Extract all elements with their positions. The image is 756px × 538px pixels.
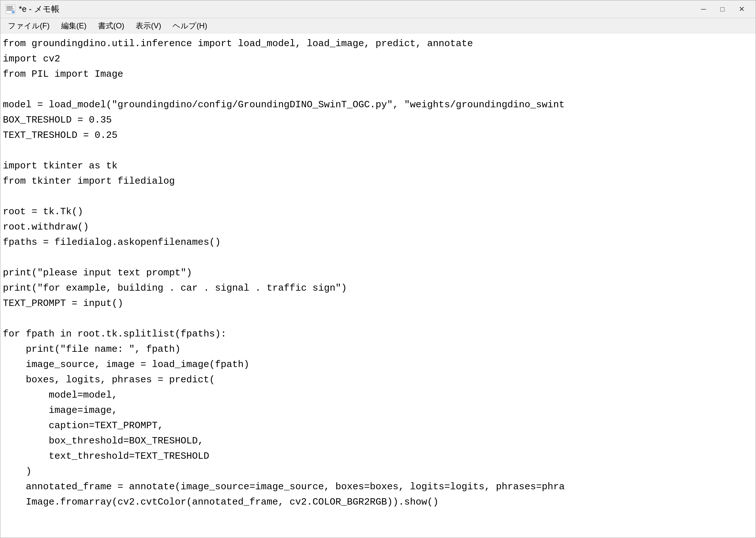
menu-format[interactable]: 書式(O) <box>93 20 130 32</box>
code-line: print("for example, building . car . sig… <box>3 281 756 296</box>
code-line: print("file name: ", fpath) <box>3 342 756 357</box>
code-line: from tkinter import filedialog <box>3 174 756 189</box>
code-line: model = load_model("groundingdino/config… <box>3 97 756 112</box>
app-icon <box>5 4 16 14</box>
code-line <box>3 143 756 158</box>
code-line: BOX_TRESHOLD = 0.35 <box>3 112 756 128</box>
code-line: Image.fromarray(cv2.cvtColor(annotated_f… <box>3 494 756 510</box>
code-line: model=model, <box>3 387 756 403</box>
title-bar-controls: ─ □ ✕ <box>695 3 751 16</box>
code-line: TEXT_TRESHOLD = 0.25 <box>3 128 756 143</box>
code-line: box_threshold=BOX_TRESHOLD, <box>3 433 756 449</box>
svg-rect-3 <box>7 9 14 9</box>
code-line: print("please input text prompt") <box>3 265 756 281</box>
maximize-button[interactable]: □ <box>714 3 731 16</box>
code-line: root = tk.Tk() <box>3 204 756 219</box>
code-line: image_source, image = load_image(fpath) <box>3 357 756 372</box>
title-bar-left: *e - メモ帳 <box>5 4 60 15</box>
code-line: TEXT_PROMPT = input() <box>3 296 756 311</box>
code-line: from groundingdino.util.inference import… <box>3 36 756 51</box>
menu-edit[interactable]: 編集(E) <box>56 20 92 32</box>
menu-view[interactable]: 表示(V) <box>131 20 166 32</box>
code-line: import cv2 <box>3 51 756 67</box>
code-line <box>3 250 756 265</box>
code-line: import tkinter as tk <box>3 158 756 174</box>
code-line: fpaths = filedialog.askopenfilenames() <box>3 235 756 250</box>
menu-file[interactable]: ファイル(F) <box>3 20 55 32</box>
code-line <box>3 82 756 97</box>
code-line: annotated_frame = annotate(image_source=… <box>3 479 756 494</box>
code-line: for fpath in root.tk.splitlist(fpaths): <box>3 326 756 342</box>
window-title: *e - メモ帳 <box>19 4 60 15</box>
code-editor[interactable]: from groundingdino.util.inference import… <box>3 36 756 510</box>
code-line: root.withdraw() <box>3 219 756 235</box>
editor-area[interactable]: from groundingdino.util.inference import… <box>0 33 756 538</box>
code-line <box>3 311 756 326</box>
code-line: ) <box>3 464 756 479</box>
code-line <box>3 189 756 204</box>
main-window: *e - メモ帳 ─ □ ✕ ファイル(F) 編集(E) 書式(O) 表示(V)… <box>0 0 756 538</box>
code-line: from PIL import Image <box>3 67 756 82</box>
close-button[interactable]: ✕ <box>733 3 751 16</box>
code-line: boxes, logits, phrases = predict( <box>3 372 756 387</box>
minimize-button[interactable]: ─ <box>695 3 712 16</box>
svg-rect-4 <box>7 10 12 11</box>
svg-rect-1 <box>7 6 13 7</box>
menu-bar: ファイル(F) 編集(E) 書式(O) 表示(V) ヘルプ(H) <box>0 18 756 33</box>
svg-rect-2 <box>7 7 12 8</box>
code-line: caption=TEXT_PROMPT, <box>3 418 756 433</box>
code-line: text_threshold=TEXT_TRESHOLD <box>3 449 756 464</box>
title-bar: *e - メモ帳 ─ □ ✕ <box>0 0 756 18</box>
menu-help[interactable]: ヘルプ(H) <box>167 20 212 32</box>
code-line: image=image, <box>3 403 756 418</box>
